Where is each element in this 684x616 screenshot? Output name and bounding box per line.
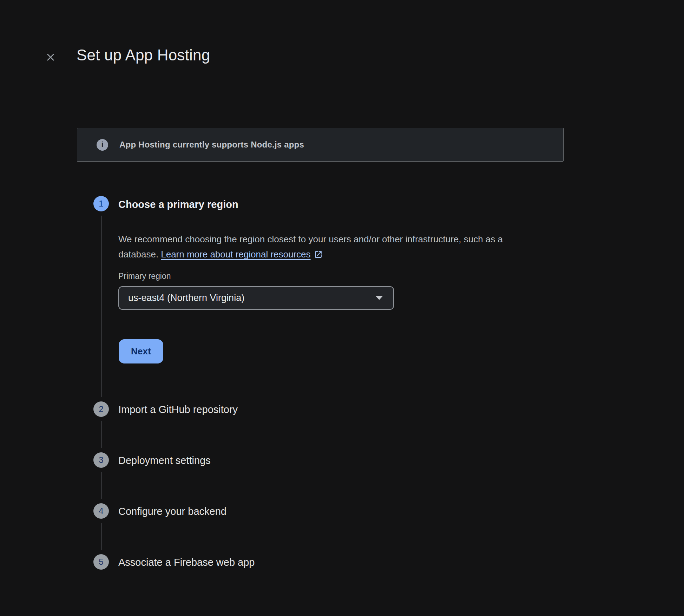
primary-region-value: us-east4 (Northern Virginia) <box>128 293 244 303</box>
primary-region-select[interactable]: us-east4 (Northern Virginia) <box>118 286 394 310</box>
close-icon <box>45 52 56 63</box>
dropdown-arrow-icon <box>375 296 383 300</box>
step-4-indicator: 4 <box>93 503 109 519</box>
next-button[interactable]: Next <box>119 339 163 363</box>
region-description: We recommend choosing the region closest… <box>118 232 548 263</box>
learn-more-link-label: Learn more about regional resources <box>161 249 310 260</box>
step-4-title: Configure your backend <box>118 504 226 518</box>
step-connector <box>101 216 101 397</box>
step-connector <box>101 421 101 448</box>
step-1-title: Choose a primary region <box>118 197 238 211</box>
learn-more-link[interactable]: Learn more about regional resources <box>161 249 322 260</box>
step-connector <box>101 523 101 550</box>
external-link-icon <box>314 250 323 261</box>
info-banner: i App Hosting currently supports Node.js… <box>77 128 564 162</box>
info-icon: i <box>97 139 108 151</box>
step-2-indicator: 2 <box>93 401 109 417</box>
step-5-indicator: 5 <box>93 554 109 570</box>
step-connector <box>101 472 101 499</box>
step-3-indicator: 3 <box>93 452 109 468</box>
close-button[interactable] <box>42 49 59 65</box>
setup-app-hosting-dialog: Set up App Hosting i App Hosting current… <box>0 0 684 616</box>
page-title: Set up App Hosting <box>77 46 210 64</box>
step-2-title: Import a GitHub repository <box>118 402 238 417</box>
step-3-title: Deployment settings <box>118 453 211 467</box>
step-5-title: Associate a Firebase web app <box>118 555 255 569</box>
step-1-indicator: 1 <box>93 196 109 211</box>
primary-region-label: Primary region <box>118 271 171 281</box>
info-banner-text: App Hosting currently supports Node.js a… <box>119 140 304 150</box>
